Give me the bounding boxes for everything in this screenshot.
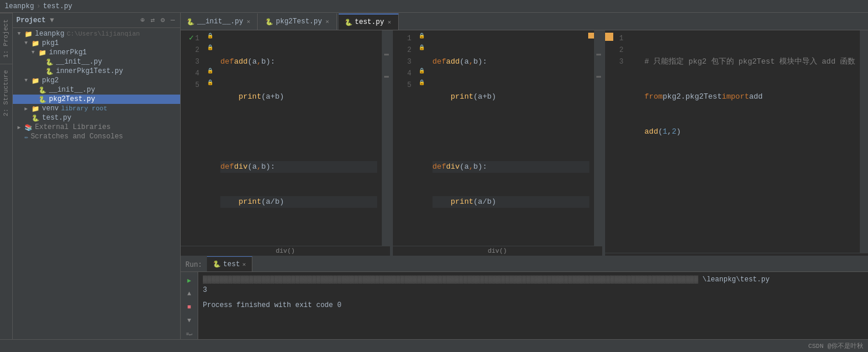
library-root-label: library root bbox=[61, 105, 107, 112]
tab-test[interactable]: 🐍 test.py ✕ bbox=[339, 13, 399, 30]
run-tab-test[interactable]: 🐍 test ✕ bbox=[207, 256, 252, 271]
code-line-4-init: def div(a,b): bbox=[220, 161, 377, 173]
line-numbers-test: 123 bbox=[605, 30, 628, 253]
code-line-2-p2t: print(a+b) bbox=[433, 91, 589, 103]
code-content-init[interactable]: def add(a,b): print(a+b) def div(a,b): p… bbox=[216, 30, 382, 246]
py-icon-pkg2test: 🐍 bbox=[38, 96, 47, 103]
code-content-pkg2test[interactable]: def add(a,b): print(a+b) def div(a,b): p… bbox=[428, 30, 594, 246]
tree-item-scratches[interactable]: ✏ Scratches and Consoles bbox=[13, 132, 180, 141]
project-toolbar-title: Project bbox=[16, 16, 45, 25]
run-file-path: \leanpkg\test.py bbox=[702, 276, 769, 284]
editor-panel-init: ✓ 12345 🔒 🔒 🔒 🔒 def add(a,b): p bbox=[181, 30, 391, 256]
tab-test-close[interactable]: ✕ bbox=[386, 18, 392, 26]
arrow-pkg2: ▼ bbox=[24, 78, 31, 83]
code-area-pkg2test[interactable]: 12345 🔒 🔒 🔒 🔒 def add(a,b): print(a+b) bbox=[393, 30, 602, 246]
tree-label-leanpkg: leanpkg bbox=[35, 30, 64, 38]
tree-item-init-pkg2[interactable]: 🐍 __init__.py bbox=[13, 85, 180, 95]
code-line-2-init: print(a+b) bbox=[220, 91, 377, 103]
py-icon-innerpkg1test: 🐍 bbox=[45, 68, 54, 75]
code-line-1-p2t: def add(a,b): bbox=[433, 56, 589, 68]
main-layout: 1: Project 2: Structure Project ▼ ⊕ ⇄ ⚙ … bbox=[0, 13, 868, 352]
tab-pkg2test-close[interactable]: ✕ bbox=[324, 18, 330, 26]
arrow-leanpkg: ▼ bbox=[17, 31, 24, 37]
leanpkg-path: C:\Users\lijianqian bbox=[66, 30, 139, 37]
run-wrap-button[interactable]: ≡↵ bbox=[184, 328, 195, 340]
globe-icon[interactable]: ⊕ bbox=[139, 15, 146, 25]
tree-item-pkg2test[interactable]: 🐍 pkg2Test.py bbox=[13, 95, 180, 104]
extlibs-icon: 📚 bbox=[24, 124, 33, 131]
editor-scrollbar-init[interactable] bbox=[382, 30, 390, 246]
tab-init-close[interactable]: ✕ bbox=[245, 18, 251, 26]
scrollbar-thumb-init bbox=[384, 54, 389, 55]
tree-item-pkg1[interactable]: ▼ 📁 pkg1 bbox=[13, 39, 180, 48]
tree-item-innerpkg1[interactable]: ▼ 📁 innerPkg1 bbox=[13, 48, 180, 57]
project-tree: ▼ 📁 leanpkg C:\Users\lijianqian ▼ 📁 pkg1… bbox=[13, 28, 180, 352]
scrollbar-marker-init bbox=[384, 76, 389, 78]
tab-test-label: test.py bbox=[355, 18, 384, 26]
tree-label-innerpkg1test: innerPkg1Test.py bbox=[56, 67, 123, 75]
tree-label-pkg2test: pkg2Test.py bbox=[49, 95, 95, 103]
tab-bar: 🐍 __init__.py ✕ 🐍 pkg2Test.py ✕ 🐍 test.p… bbox=[181, 13, 868, 30]
code-line-5-init: print(a/b) bbox=[220, 196, 377, 208]
code-line-1-init: def add(a,b): bbox=[220, 56, 377, 68]
title-sep: › bbox=[36, 2, 40, 11]
code-line-3-test: add(1, 2) bbox=[645, 126, 855, 138]
py-icon-init-pkg2: 🐍 bbox=[38, 86, 47, 94]
tree-item-init-innerpkg1[interactable]: 🐍 __init__.py bbox=[13, 57, 180, 67]
line-numbers-pkg2test: 12345 bbox=[393, 30, 416, 246]
tree-item-innerpkg1test[interactable]: 🐍 innerPkg1Test.py bbox=[13, 67, 180, 76]
project-panel: Project ▼ ⊕ ⇄ ⚙ — ▼ 📁 leanpkg C:\Users\l… bbox=[13, 13, 181, 352]
gutter-pkg2test: 🔒 🔒 🔒 🔒 bbox=[416, 30, 428, 246]
editor-panel-test: 123 # 只能指定 pkg2 包下的 pkg2Test 模块中导入 add 函… bbox=[605, 30, 868, 256]
tab-pkg2test[interactable]: 🐍 pkg2Test.py ✕ bbox=[259, 13, 336, 30]
function-hint-test bbox=[605, 253, 868, 256]
tree-item-testpy[interactable]: 🐍 test.py bbox=[13, 113, 180, 123]
tree-item-venv[interactable]: ▶ 📁 venv library root bbox=[13, 104, 180, 113]
dropdown-icon[interactable]: ▼ bbox=[48, 16, 55, 25]
run-tab-close[interactable]: ✕ bbox=[243, 261, 246, 268]
run-up-button[interactable]: ▲ bbox=[184, 288, 195, 299]
tree-label-testpy: test.py bbox=[42, 114, 71, 122]
bottom-area: Run: 🐍 test ✕ ▶ ▲ ■ ▼ ≡↵ ⇅ ▓▓▓▓▓▓▓▓▓▓▓▓▓ bbox=[181, 256, 868, 352]
tree-item-leanpkg[interactable]: ▼ 📁 leanpkg C:\Users\lijianqian bbox=[13, 29, 180, 39]
scratches-icon: ✏ bbox=[24, 133, 29, 141]
code-line-2-test: from pkg2.pkg2Test import add bbox=[645, 91, 855, 103]
status-bar: CSDN @你不是叶秋 bbox=[0, 339, 868, 352]
run-play-button[interactable]: ▶ bbox=[184, 274, 195, 286]
tree-label-pkg1: pkg1 bbox=[42, 39, 59, 47]
code-area-test[interactable]: 123 # 只能指定 pkg2 包下的 pkg2Test 模块中导入 add 函… bbox=[605, 30, 868, 253]
tab-pkg2test-label: pkg2Test.py bbox=[276, 18, 322, 26]
watermark: CSDN @你不是叶秋 bbox=[808, 341, 863, 350]
tree-label-venv: venv bbox=[42, 104, 59, 113]
tree-item-extlibs[interactable]: ▶ 📚 External Libraries bbox=[13, 123, 180, 132]
green-check-indicator: ✓ bbox=[189, 33, 194, 43]
tab-test-icon: 🐍 bbox=[345, 19, 353, 26]
title-file: test.py bbox=[43, 2, 72, 11]
tab-init-label: __init__.py bbox=[197, 18, 243, 26]
run-stop-button[interactable]: ■ bbox=[184, 301, 195, 313]
tab-init[interactable]: 🐍 __init__.py ✕ bbox=[181, 13, 258, 30]
sidebar-tab-structure[interactable]: 2: Structure bbox=[0, 64, 12, 122]
run-output-3: 3 bbox=[203, 285, 863, 295]
scrollbar-thumb-pkg2test bbox=[596, 54, 601, 55]
tree-item-pkg2[interactable]: ▼ 📁 pkg2 bbox=[13, 76, 180, 85]
py-icon-init-innerpkg1: 🐍 bbox=[45, 58, 54, 66]
code-content-test[interactable]: # 只能指定 pkg2 包下的 pkg2Test 模块中导入 add 函数 fr… bbox=[640, 30, 860, 253]
editor-panel-pkg2test: 12345 🔒 🔒 🔒 🔒 def add(a,b): print(a+b) bbox=[393, 30, 603, 256]
line-numbers-init: 12345 bbox=[181, 30, 204, 246]
settings-icon[interactable]: ⚙ bbox=[159, 15, 167, 25]
project-name: leanpkg bbox=[5, 2, 34, 11]
editor-scrollbar-pkg2test[interactable] bbox=[594, 30, 602, 246]
folder-icon-leanpkg: 📁 bbox=[24, 30, 33, 38]
sync-icon[interactable]: ⇄ bbox=[149, 15, 156, 25]
code-line-1-test: # 只能指定 pkg2 包下的 pkg2Test 模块中导入 add 函数 bbox=[645, 56, 855, 68]
sidebar-tab-project[interactable]: 1: Project bbox=[0, 13, 12, 64]
run-down-button[interactable]: ▼ bbox=[184, 315, 195, 326]
editor-scrollbar-test[interactable] bbox=[860, 30, 868, 253]
run-label: Run: bbox=[181, 259, 207, 271]
arrow-innerpkg1: ▼ bbox=[31, 50, 38, 55]
code-area-init[interactable]: 12345 🔒 🔒 🔒 🔒 def add(a,b): print(a+b) bbox=[181, 30, 390, 246]
minimize-icon[interactable]: — bbox=[169, 16, 177, 25]
gutter-init: 🔒 🔒 🔒 🔒 bbox=[204, 30, 216, 246]
editors-container: ✓ 12345 🔒 🔒 🔒 🔒 def add(a,b): p bbox=[181, 30, 868, 256]
